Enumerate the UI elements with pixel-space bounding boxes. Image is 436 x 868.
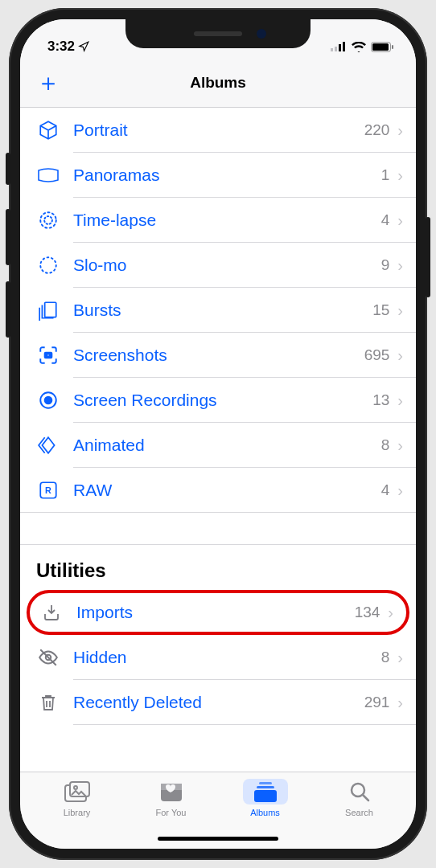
tab-label: For You xyxy=(156,808,187,817)
row-imports[interactable]: Imports 134 › xyxy=(27,590,409,635)
svg-rect-26 xyxy=(254,790,277,802)
chevron-right-icon: › xyxy=(389,391,416,410)
home-indicator[interactable] xyxy=(158,837,278,841)
add-album-button[interactable]: ＋ xyxy=(36,71,60,95)
row-label: Panoramas xyxy=(73,166,381,185)
row-label: Imports xyxy=(76,603,355,622)
svg-text:R: R xyxy=(45,485,51,495)
portrait-icon xyxy=(36,120,60,141)
row-animated[interactable]: Animated 8 › xyxy=(20,423,416,468)
row-label: Screen Recordings xyxy=(73,391,372,410)
row-label: Recently Deleted xyxy=(73,693,364,712)
screen-recording-icon xyxy=(36,390,60,411)
battery-icon xyxy=(371,42,393,52)
tab-label: Library xyxy=(64,808,91,817)
row-label: Portrait xyxy=(73,121,364,140)
row-label: Slo-mo xyxy=(73,256,381,275)
row-screenshots[interactable]: Screenshots 695 › xyxy=(20,333,416,378)
row-bursts[interactable]: Bursts 15 › xyxy=(20,288,416,333)
row-timelapse[interactable]: Time-lapse 4 › xyxy=(20,198,416,243)
svg-line-28 xyxy=(363,795,368,800)
row-count: 4 xyxy=(381,211,390,229)
svg-rect-25 xyxy=(257,786,274,788)
row-screenrecordings[interactable]: Screen Recordings 13 › xyxy=(20,378,416,423)
phone-frame: 3:32 ＋ Albums Portrait 220 xyxy=(9,8,427,860)
search-icon xyxy=(348,780,371,803)
albums-icon xyxy=(253,780,278,803)
row-count: 134 xyxy=(355,604,380,621)
row-label: Time-lapse xyxy=(73,211,381,230)
chevron-right-icon: › xyxy=(389,166,416,185)
row-count: 4 xyxy=(381,481,390,499)
screen: 3:32 ＋ Albums Portrait 220 xyxy=(20,19,416,849)
notch xyxy=(125,19,311,48)
row-count: 8 xyxy=(381,649,390,666)
svg-rect-6 xyxy=(392,45,393,49)
utilities-section-header: Utilities xyxy=(20,545,416,590)
svg-rect-2 xyxy=(339,44,341,51)
page-title: Albums xyxy=(20,74,416,92)
row-count: 9 xyxy=(381,256,390,274)
row-slomo[interactable]: Slo-mo 9 › xyxy=(20,243,416,288)
svg-rect-1 xyxy=(335,47,337,51)
section-gap xyxy=(20,513,416,545)
row-count: 1 xyxy=(381,166,390,184)
row-label: Hidden xyxy=(73,648,381,667)
row-panoramas[interactable]: Panoramas 1 › xyxy=(20,153,416,198)
row-count: 13 xyxy=(372,391,389,409)
row-count: 695 xyxy=(364,346,390,364)
wifi-icon xyxy=(352,42,366,52)
location-icon xyxy=(78,41,89,52)
timelapse-icon xyxy=(36,210,60,231)
chevron-right-icon: › xyxy=(380,604,406,622)
hidden-icon xyxy=(36,647,60,668)
tab-library[interactable]: Library xyxy=(41,779,113,849)
chevron-right-icon: › xyxy=(389,211,416,230)
status-time: 3:32 xyxy=(47,39,75,55)
svg-point-12 xyxy=(47,354,49,356)
row-count: 8 xyxy=(381,436,390,454)
chevron-right-icon: › xyxy=(389,346,416,365)
svg-rect-0 xyxy=(331,48,333,51)
svg-rect-5 xyxy=(372,43,389,51)
chevron-right-icon: › xyxy=(389,694,416,712)
foryou-icon xyxy=(159,780,183,803)
svg-rect-24 xyxy=(259,782,272,784)
cellular-icon xyxy=(331,42,347,51)
row-portrait[interactable]: Portrait 220 › xyxy=(20,108,416,153)
svg-point-8 xyxy=(44,216,52,224)
chevron-right-icon: › xyxy=(389,256,416,275)
screenshots-icon xyxy=(36,345,60,366)
row-count: 15 xyxy=(372,301,389,319)
chevron-right-icon: › xyxy=(389,436,416,455)
row-label: RAW xyxy=(73,481,381,500)
row-hidden[interactable]: Hidden 8 › xyxy=(20,635,416,680)
nav-bar: ＋ Albums xyxy=(20,61,416,108)
library-icon xyxy=(64,780,91,803)
svg-point-7 xyxy=(40,212,56,228)
row-label: Bursts xyxy=(73,301,372,320)
tab-label: Search xyxy=(345,808,373,817)
row-recently-deleted[interactable]: Recently Deleted 291 › xyxy=(20,680,416,725)
svg-rect-3 xyxy=(343,42,345,51)
chevron-right-icon: › xyxy=(389,301,416,320)
bursts-icon xyxy=(36,300,60,321)
svg-rect-10 xyxy=(45,302,56,317)
animated-icon xyxy=(36,435,60,456)
tab-search[interactable]: Search xyxy=(323,779,396,849)
chevron-right-icon: › xyxy=(389,121,416,140)
row-count: 291 xyxy=(364,694,390,711)
svg-point-14 xyxy=(45,397,52,404)
chevron-right-icon: › xyxy=(389,649,416,667)
row-count: 220 xyxy=(364,121,390,139)
tab-label: Albums xyxy=(250,808,280,817)
chevron-right-icon: › xyxy=(389,481,416,500)
svg-point-9 xyxy=(40,257,56,273)
album-list[interactable]: Portrait 220 › Panoramas 1 › Time-lapse … xyxy=(20,108,416,772)
panorama-icon xyxy=(36,168,60,182)
row-label: Screenshots xyxy=(73,346,364,365)
row-raw[interactable]: R RAW 4 › xyxy=(20,468,416,513)
row-label: Animated xyxy=(73,436,381,455)
imports-icon xyxy=(39,603,64,622)
raw-icon: R xyxy=(36,480,60,501)
